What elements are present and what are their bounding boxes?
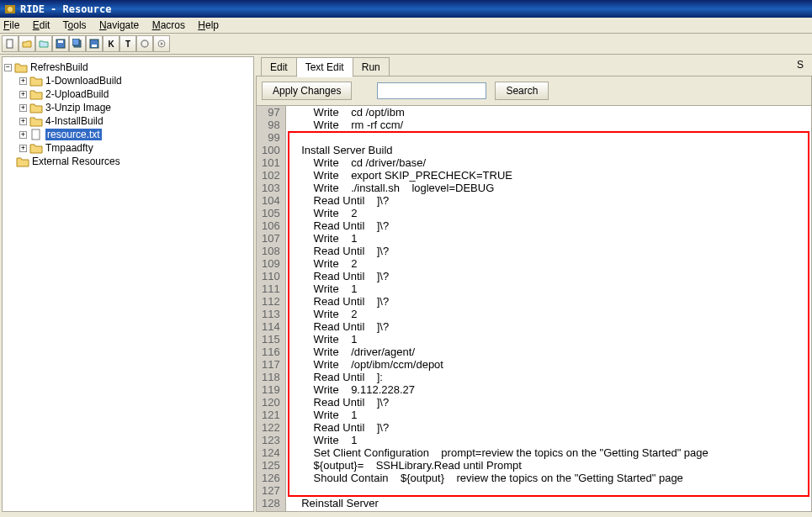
tree-external[interactable]: External Resources <box>4 155 252 168</box>
tree-root[interactable]: − RefreshBuild <box>4 61 252 74</box>
svg-rect-12 <box>32 129 40 140</box>
folder-icon <box>14 61 28 73</box>
menu-tools[interactable]: Tools <box>63 19 87 31</box>
app-icon <box>3 3 17 16</box>
tab-run[interactable]: Run <box>353 57 390 76</box>
run-icon[interactable] <box>153 35 170 52</box>
tree-item-label[interactable]: 4-InstallBuild <box>45 115 103 127</box>
expand-icon[interactable]: + <box>19 145 27 152</box>
expand-icon[interactable]: + <box>19 77 27 85</box>
tree-item-label[interactable]: 3-Unzip Image <box>45 102 111 113</box>
K-button[interactable]: K <box>103 35 119 52</box>
tree-item[interactable]: +Tmpaadfty <box>4 141 252 155</box>
tree-panel[interactable]: − RefreshBuild +1-DownloadBuild+2-Upload… <box>2 56 254 512</box>
tree-item-label[interactable]: 1-DownloadBuild <box>45 75 122 87</box>
title-bar: RIDE - Resource <box>0 0 812 18</box>
tab-text-edit[interactable]: Text Edit <box>296 57 353 77</box>
tree-item[interactable]: +3-Unzip Image <box>4 101 252 114</box>
tree-item-label[interactable]: Tmpaadfty <box>45 142 93 154</box>
apply-changes-button[interactable]: Apply Changes <box>262 82 352 100</box>
folder-icon <box>16 156 29 167</box>
stop-icon[interactable] <box>136 35 153 52</box>
tree-item[interactable]: +resource.txt <box>4 128 252 141</box>
folder-icon <box>29 115 43 127</box>
search-input[interactable] <box>377 82 486 99</box>
disk-icon[interactable] <box>86 35 103 52</box>
code-editor[interactable]: 9798991001011021031041051061071081091101… <box>257 106 811 511</box>
tree-external-label[interactable]: External Resources <box>32 156 120 167</box>
expand-icon[interactable]: + <box>19 131 27 139</box>
svg-point-9 <box>141 40 148 47</box>
tab-edit[interactable]: Edit <box>261 57 297 76</box>
menu-file[interactable]: File <box>3 19 19 31</box>
expand-icon[interactable]: + <box>19 118 27 125</box>
tab-strip: Edit Text Edit Run <box>256 56 812 76</box>
svg-rect-4 <box>58 40 63 43</box>
toolbar: K T <box>0 34 812 55</box>
expand-icon[interactable]: + <box>19 91 27 98</box>
save-all-icon[interactable] <box>69 35 86 52</box>
svg-rect-6 <box>72 39 79 45</box>
save-icon[interactable] <box>52 35 69 52</box>
open-icon[interactable] <box>19 35 35 52</box>
svg-rect-2 <box>7 40 13 48</box>
T-button[interactable]: T <box>119 35 136 52</box>
folder-icon <box>29 102 43 113</box>
svg-point-1 <box>8 7 13 12</box>
collapse-icon[interactable]: − <box>4 64 12 71</box>
open-folder-icon[interactable] <box>35 35 52 52</box>
tree-item[interactable]: +2-UploadBuild <box>4 87 252 101</box>
expand-icon[interactable]: + <box>19 104 27 112</box>
tree-item[interactable]: +1-DownloadBuild <box>4 74 252 87</box>
folder-icon <box>29 142 43 154</box>
menu-edit[interactable]: Edit <box>33 19 50 31</box>
menu-navigate[interactable]: Navigate <box>99 19 139 31</box>
svg-marker-11 <box>161 42 163 45</box>
svg-rect-8 <box>92 45 97 47</box>
tree-root-label[interactable]: RefreshBuild <box>30 61 88 73</box>
tree-item-label[interactable]: 2-UploadBuild <box>45 88 109 100</box>
line-gutter: 9798991001011021031041051061071081091101… <box>257 106 286 511</box>
window-title: RIDE - Resource <box>20 3 111 15</box>
tree-item-label[interactable]: resource.txt <box>45 129 102 140</box>
file-icon <box>29 129 43 140</box>
search-button[interactable]: Search <box>495 82 549 100</box>
folder-icon <box>29 75 43 87</box>
editor-toolbar: Apply Changes Search S <box>257 76 811 106</box>
code-area[interactable]: Write cd /opt/ibm Write rm -rf ccm/ Inst… <box>286 106 712 511</box>
menu-macros[interactable]: Macros <box>152 19 185 31</box>
folder-icon <box>29 88 43 100</box>
menu-help[interactable]: Help <box>198 19 219 31</box>
menu-bar: File Edit Tools Navigate Macros Help <box>0 18 812 34</box>
tree-item[interactable]: +4-InstallBuild <box>4 114 252 128</box>
new-icon[interactable] <box>2 35 19 52</box>
